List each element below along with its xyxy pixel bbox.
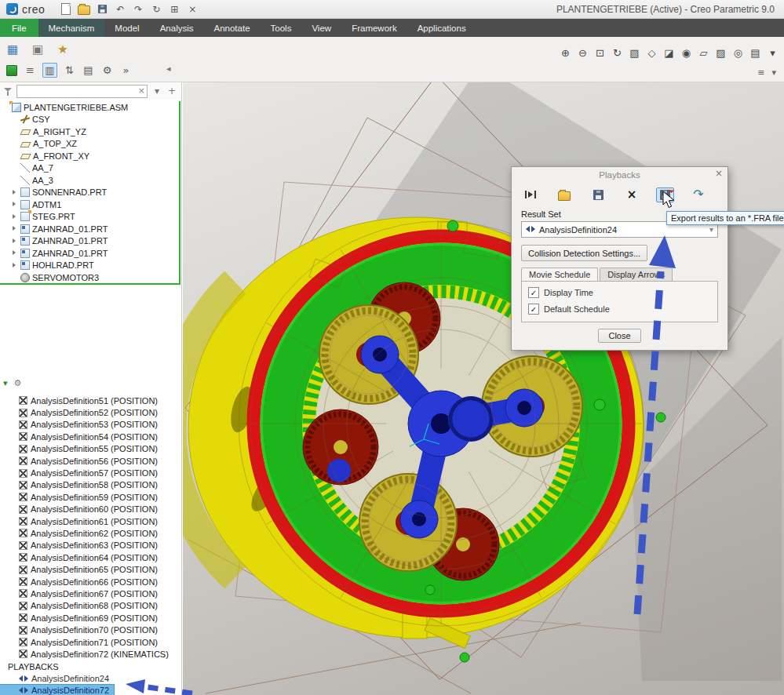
sort-icon[interactable]: ⇅: [63, 64, 76, 77]
analysis-item[interactable]: AnalysisDefinition58 (POSITION): [0, 479, 181, 491]
combo-dropdown-icon[interactable]: ▾: [709, 226, 713, 234]
perspective-icon[interactable]: ◇: [644, 45, 659, 60]
columns-icon[interactable]: ▤: [82, 64, 95, 77]
analysis-item[interactable]: AnalysisDefinition59 (POSITION): [0, 491, 181, 503]
export-fra-icon[interactable]: [656, 187, 674, 202]
expand-arrow-icon[interactable]: [11, 128, 18, 135]
analysis-item[interactable]: AnalysisDefinition70 (POSITION): [0, 624, 181, 635]
expand-arrow-icon[interactable]: [11, 249, 18, 257]
open-file-icon[interactable]: [78, 3, 90, 16]
expand-arrow-icon[interactable]: [11, 140, 18, 147]
search-clear-icon[interactable]: ×: [138, 86, 145, 95]
analysis-item[interactable]: AnalysisDefinition60 (POSITION): [0, 504, 181, 515]
tree-item[interactable]: ZAHNRAD_01.PRT: [0, 235, 181, 248]
expand-arrow-icon[interactable]: [11, 165, 18, 172]
tab-analysis[interactable]: Analysis: [150, 19, 204, 37]
display-style-icon[interactable]: ▧: [627, 45, 642, 60]
tab-annotate[interactable]: Annotate: [204, 19, 261, 37]
delete-playback-icon[interactable]: ×: [622, 186, 641, 203]
analysis-item[interactable]: AnalysisDefinition72 (KINEMATICS): [0, 648, 181, 660]
tree-item[interactable]: PLANTENGETRIEBE.ASM: [0, 101, 181, 114]
tree-item[interactable]: CSY: [0, 114, 181, 126]
expand-arrow-icon[interactable]: [11, 189, 18, 196]
analysis-item[interactable]: AnalysisDefinition67 (POSITION): [0, 588, 181, 599]
tree-item[interactable]: A_TOP_XZ: [0, 138, 181, 151]
search-input[interactable]: [16, 85, 148, 98]
refit-icon[interactable]: ⊡: [593, 45, 607, 60]
appearance-icon[interactable]: ◎: [731, 45, 746, 60]
analysis-item[interactable]: AnalysisDefinition64 (POSITION): [0, 551, 181, 563]
dialog-title-bar[interactable]: Playbacks ×: [512, 167, 727, 182]
analysis-item[interactable]: AnalysisDefinition57 (POSITION): [0, 467, 181, 478]
saved-views-icon[interactable]: ▤: [748, 45, 763, 60]
folder-browser-icon[interactable]: ▣: [30, 42, 46, 57]
toolbar-minimize-icon[interactable]: ▾: [771, 68, 776, 77]
save-icon[interactable]: [96, 3, 108, 16]
tree-item[interactable]: HOHLRAD.PRT: [0, 260, 181, 272]
analysis-item[interactable]: AnalysisDefinition53 (POSITION): [0, 419, 181, 431]
add-filter-icon[interactable]: +: [166, 86, 177, 96]
model-tree-icon[interactable]: ▦: [5, 42, 20, 57]
expand-arrow-icon[interactable]: [11, 213, 18, 220]
expand-arrow-icon[interactable]: [11, 201, 18, 208]
tree-item[interactable]: A_FRONT_XY: [0, 150, 181, 162]
open-playback-icon[interactable]: [555, 186, 574, 203]
save-playback-icon[interactable]: [589, 186, 607, 203]
redo-icon[interactable]: ↷: [132, 3, 144, 16]
expand-arrow-icon[interactable]: [11, 116, 18, 123]
playback-item[interactable]: AnalysisDefinition24: [0, 672, 114, 684]
expand-arrow-icon[interactable]: [11, 262, 18, 269]
expand-arrow-icon[interactable]: [11, 152, 18, 159]
analysis-item[interactable]: AnalysisDefinition69 (POSITION): [0, 612, 181, 624]
tree-item[interactable]: AA_7: [0, 162, 181, 175]
mechanism-settings-icon[interactable]: ⚙: [14, 379, 22, 388]
tree-item[interactable]: AA_3: [0, 174, 181, 187]
collapse-list-icon[interactable]: ▾: [3, 379, 8, 388]
tab-model[interactable]: Model: [104, 19, 149, 37]
regenerate-icon[interactable]: ↻: [150, 3, 162, 16]
dialog-checkbox[interactable]: ✓ Default Schedule: [528, 304, 711, 315]
analysis-item[interactable]: AnalysisDefinition56 (POSITION): [0, 455, 181, 467]
zoom-out-icon[interactable]: ⊖: [575, 45, 590, 60]
tree-item[interactable]: A_RIGHT_YZ: [0, 126, 181, 138]
tab-tools[interactable]: Tools: [261, 19, 302, 37]
analysis-item[interactable]: AnalysisDefinition63 (POSITION): [0, 540, 181, 551]
collision-settings-button[interactable]: Collision Detection Settings...: [521, 245, 647, 261]
analysis-item[interactable]: AnalysisDefinition52 (POSITION): [0, 406, 181, 418]
dialog-tab[interactable]: Movie Schedule: [521, 267, 598, 281]
analysis-item[interactable]: AnalysisDefinition65 (POSITION): [0, 563, 181, 575]
annotation-display-icon[interactable]: ▨: [713, 45, 728, 60]
dialog-checkbox[interactable]: ✓ Display Time: [528, 287, 711, 298]
analysis-item[interactable]: AnalysisDefinition61 (POSITION): [0, 515, 181, 527]
analysis-item[interactable]: AnalysisDefinition62 (POSITION): [0, 527, 181, 539]
favorites-icon[interactable]: ★: [55, 42, 71, 57]
analysis-item[interactable]: AnalysisDefinition68 (POSITION): [0, 600, 181, 612]
expand-arrow-icon[interactable]: [11, 274, 18, 281]
zoom-in-icon[interactable]: ⊕: [558, 45, 573, 60]
search-options-icon[interactable]: ▾: [151, 86, 162, 96]
toolbar-options-icon[interactable]: ▾: [765, 45, 780, 60]
grid-view-icon[interactable]: ▥: [42, 63, 57, 78]
toolbar-overflow-icon[interactable]: ≡: [757, 68, 764, 77]
tab-framework[interactable]: Framework: [341, 19, 407, 37]
insert-indicator-line[interactable]: [0, 283, 181, 285]
dialog-tab[interactable]: Display Arrows: [600, 267, 673, 281]
more-chevrons-icon[interactable]: »: [119, 64, 133, 77]
checkbox-box[interactable]: ✓: [528, 304, 539, 315]
playback-item[interactable]: AnalysisDefinition72: [0, 685, 114, 695]
restore-arrows-icon[interactable]: ↷: [689, 186, 708, 203]
play-results-icon[interactable]: [521, 186, 540, 203]
tab-mechanism[interactable]: Mechanism: [38, 19, 105, 37]
tab-file[interactable]: File: [0, 19, 38, 37]
tab-applications[interactable]: Applications: [407, 19, 476, 37]
tree-item[interactable]: STEG.PRT: [0, 211, 181, 224]
expand-arrow-icon[interactable]: [11, 176, 18, 184]
windows-icon[interactable]: ⊞: [168, 3, 181, 16]
expand-arrow-icon[interactable]: [11, 225, 18, 232]
spin-center-icon[interactable]: ◉: [679, 45, 694, 60]
analysis-item[interactable]: AnalysisDefinition55 (POSITION): [0, 443, 181, 455]
tree-item[interactable]: SONNENRAD.PRT: [0, 187, 181, 199]
list-view-icon[interactable]: ≡: [24, 64, 37, 77]
tree-item[interactable]: SERVOMOTOR3: [0, 271, 181, 284]
analysis-item[interactable]: AnalysisDefinition71 (POSITION): [0, 636, 181, 648]
